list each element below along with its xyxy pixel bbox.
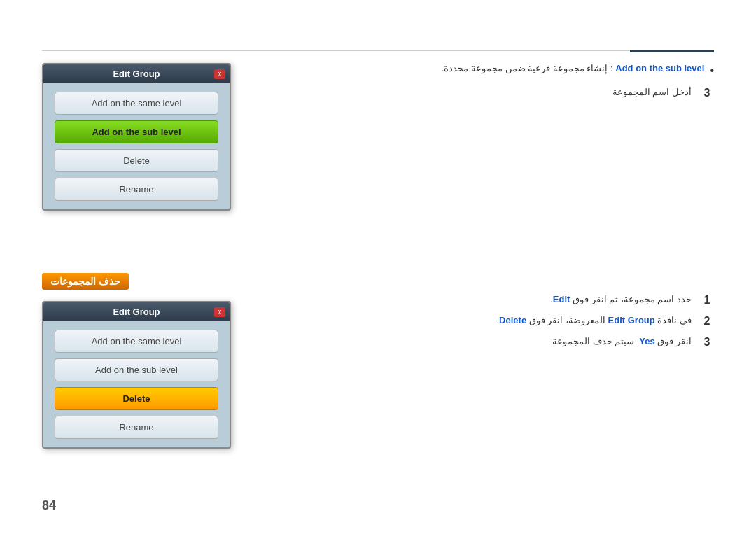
dialog-title-bar-top: Edit Group x xyxy=(43,64,230,83)
bullet-dot: • xyxy=(710,63,714,78)
num-2-bottom: 2 xyxy=(700,315,714,328)
btn-same-level-bottom[interactable]: Add on the same level xyxy=(55,330,218,353)
btn-delete-bottom[interactable]: Delete xyxy=(55,387,218,410)
top-right-content: • Add on the sub level : إنشاء مجموعة فر… xyxy=(336,63,714,99)
btn-rename-top[interactable]: Rename xyxy=(55,178,218,201)
bullet-item-sub-level: • Add on the sub level : إنشاء مجموعة فر… xyxy=(336,63,714,78)
step-2-bottom-text: في نافذة Edit Group المعروضة، انقر فوق D… xyxy=(496,315,692,325)
dialog-body-bottom: Add on the same level Add on the sub lev… xyxy=(43,321,230,447)
step-3-top-text: أدخل اسم المجموعة xyxy=(612,87,692,97)
top-left-section: Edit Group x Add on the same level Add o… xyxy=(42,63,343,211)
edit-group-dialog-bottom: Edit Group x Add on the same level Add o… xyxy=(42,301,231,449)
btn-sub-level-bottom[interactable]: Add on the sub level xyxy=(55,358,218,381)
dialog-title-bottom-label: Edit Group xyxy=(113,307,160,317)
top-divider-line xyxy=(42,50,714,51)
bottom-right-section: 1 حدد اسم مجموعة، ثم انقر فوق Edit. 2 في… xyxy=(336,294,714,357)
bullet-arabic-text: : إنشاء مجموعة فرعية ضمن مجموعة محددة. xyxy=(442,63,613,73)
dialog-close-bottom[interactable]: x xyxy=(214,307,225,317)
numbered-item-3-bottom: 3 انقر فوق Yes. سيتم حذف المجموعة xyxy=(336,336,714,349)
dialog-title-bar-bottom: Edit Group x xyxy=(43,302,230,321)
num-1-bottom: 1 xyxy=(700,294,714,307)
dialog-close-top[interactable]: x xyxy=(214,69,225,79)
dialog-title-top-label: Edit Group xyxy=(113,69,160,79)
edit-link-1: Edit xyxy=(553,294,570,304)
btn-rename-bottom[interactable]: Rename xyxy=(55,416,218,439)
page-number: 84 xyxy=(42,498,56,513)
step-1-bottom-text: حدد اسم مجموعة، ثم انقر فوق Edit. xyxy=(550,294,692,304)
top-accent-bar xyxy=(630,50,714,52)
add-sub-level-link: Add on the sub level xyxy=(615,63,704,73)
dialog-body-top: Add on the same level Add on the sub lev… xyxy=(43,83,230,209)
edit-group-link: Edit Group xyxy=(608,315,655,325)
yes-link: Yes xyxy=(639,336,654,346)
step-3-bottom-text: انقر فوق Yes. سيتم حذف المجموعة xyxy=(552,336,692,346)
btn-sub-level-top[interactable]: Add on the sub level xyxy=(55,120,218,143)
num-3-bottom: 3 xyxy=(700,336,714,349)
num-3-top: 3 xyxy=(700,87,714,99)
edit-group-dialog-top: Edit Group x Add on the same level Add o… xyxy=(42,63,231,211)
numbered-item-1-bottom: 1 حدد اسم مجموعة، ثم انقر فوق Edit. xyxy=(336,294,714,307)
section-label: حذف المجموعات xyxy=(42,273,129,290)
btn-delete-top[interactable]: Delete xyxy=(55,149,218,172)
numbered-item-3-top: 3 أدخل اسم المجموعة xyxy=(336,87,714,99)
delete-link-2: Delete xyxy=(499,315,526,325)
btn-same-level-top[interactable]: Add on the same level xyxy=(55,92,218,115)
numbered-item-2-bottom: 2 في نافذة Edit Group المعروضة، انقر فوق… xyxy=(336,315,714,328)
top-right-section: • Add on the sub level : إنشاء مجموعة فر… xyxy=(336,63,714,113)
bottom-left-section: حذف المجموعات Edit Group x Add on the sa… xyxy=(42,273,343,449)
section-label-wrapper: حذف المجموعات xyxy=(42,273,343,295)
bullet-description: Add on the sub level : إنشاء مجموعة فرعي… xyxy=(442,63,705,73)
